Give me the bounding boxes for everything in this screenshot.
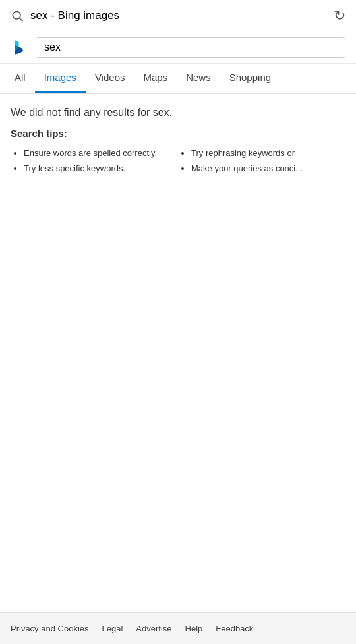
- tab-images[interactable]: Images: [35, 64, 86, 93]
- tips-columns: Ensure words are spelled correctly. Try …: [11, 146, 345, 176]
- bing-logo: [11, 38, 29, 57]
- tab-shopping[interactable]: Shopping: [220, 64, 280, 93]
- nav-tabs: All Images Videos Maps News Shopping: [0, 64, 356, 94]
- tip-left-1: Try less specific keywords.: [24, 161, 178, 176]
- search-input-wrap[interactable]: [36, 37, 345, 58]
- footer-help[interactable]: Help: [185, 624, 203, 633]
- tab-all[interactable]: All: [5, 64, 35, 93]
- search-row: [0, 32, 356, 64]
- search-input[interactable]: [44, 41, 337, 53]
- title-bar-left: sex - Bing images: [11, 9, 119, 22]
- footer-legal[interactable]: Legal: [102, 624, 123, 633]
- tips-col-left: Ensure words are spelled correctly. Try …: [11, 146, 178, 176]
- search-icon: [11, 9, 24, 22]
- tips-col-right: Try rephrasing keywords or Make your que…: [178, 146, 345, 176]
- footer-advertise[interactable]: Advertise: [136, 624, 171, 633]
- search-tips-label: Search tips:: [11, 128, 345, 139]
- title-bar: sex - Bing images ↻: [0, 0, 356, 32]
- footer-feedback[interactable]: Feedback: [216, 624, 253, 633]
- tab-videos[interactable]: Videos: [86, 64, 134, 93]
- page-title: sex - Bing images: [30, 9, 119, 22]
- svg-point-0: [13, 11, 20, 19]
- main-content: We did not find any results for sex. Sea…: [0, 94, 356, 203]
- svg-line-1: [20, 18, 23, 22]
- no-results-text: We did not find any results for sex.: [11, 107, 345, 119]
- tip-right-0: Try rephrasing keywords or: [191, 146, 345, 161]
- tab-news[interactable]: News: [177, 64, 220, 93]
- footer: Privacy and Cookies Legal Advertise Help…: [0, 612, 356, 644]
- reload-button[interactable]: ↻: [334, 7, 345, 24]
- footer-privacy[interactable]: Privacy and Cookies: [11, 624, 89, 633]
- tip-right-1: Make your queries as conci...: [191, 161, 345, 176]
- tab-maps[interactable]: Maps: [134, 64, 177, 93]
- tip-left-0: Ensure words are spelled correctly.: [24, 146, 178, 161]
